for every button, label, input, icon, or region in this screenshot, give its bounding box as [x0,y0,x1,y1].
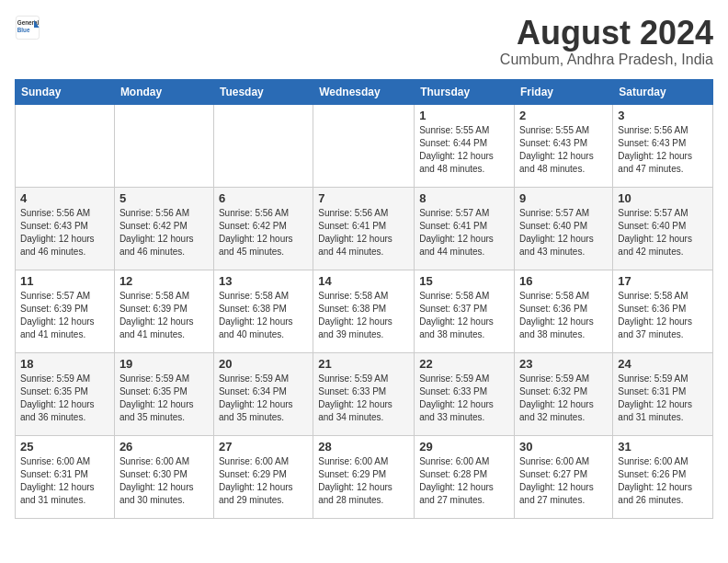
day-detail: Sunrise: 6:00 AMSunset: 6:26 PMDaylight:… [618,455,708,507]
day-number: 2 [519,109,608,122]
day-detail: Sunrise: 6:00 AMSunset: 6:28 PMDaylight:… [419,455,509,507]
day-detail: Sunrise: 5:58 AMSunset: 6:36 PMDaylight:… [519,290,608,341]
calendar-cell: 24Sunrise: 5:59 AMSunset: 6:31 PMDayligh… [613,352,713,435]
day-detail: Sunrise: 5:55 AMSunset: 6:43 PMDaylight:… [519,124,608,176]
day-number: 26 [119,440,209,454]
weekday-header-tuesday: Tuesday [213,79,313,104]
calendar-cell: 25Sunrise: 6:00 AMSunset: 6:31 PMDayligh… [16,435,115,518]
day-number: 11 [20,274,109,288]
day-number: 27 [219,440,308,454]
day-number: 19 [119,357,209,371]
calendar-cell: 30Sunrise: 6:00 AMSunset: 6:27 PMDayligh… [515,435,613,518]
calendar-cell: 29Sunrise: 6:00 AMSunset: 6:28 PMDayligh… [415,435,515,518]
calendar-table: SundayMondayTuesdayWednesdayThursdayFrid… [15,79,713,519]
day-detail: Sunrise: 5:56 AMSunset: 6:43 PMDaylight:… [20,207,109,259]
day-number: 17 [618,274,708,288]
calendar-cell [213,104,313,187]
calendar-cell: 17Sunrise: 5:58 AMSunset: 6:36 PMDayligh… [613,270,713,352]
calendar-cell: 22Sunrise: 5:59 AMSunset: 6:33 PMDayligh… [415,352,515,435]
calendar-cell: 4Sunrise: 5:56 AMSunset: 6:43 PMDaylight… [16,187,115,270]
calendar-cell: 21Sunrise: 5:59 AMSunset: 6:33 PMDayligh… [313,352,415,435]
day-number: 12 [119,274,209,288]
day-detail: Sunrise: 6:00 AMSunset: 6:31 PMDaylight:… [20,455,109,507]
calendar-cell: 5Sunrise: 5:56 AMSunset: 6:42 PMDaylight… [114,187,213,270]
calendar-cell: 20Sunrise: 5:59 AMSunset: 6:34 PMDayligh… [213,352,313,435]
weekday-header-sunday: Sunday [16,79,115,104]
day-number: 15 [419,274,509,288]
day-detail: Sunrise: 5:56 AMSunset: 6:42 PMDaylight:… [119,207,209,259]
svg-text:Blue: Blue [17,27,30,33]
day-number: 23 [519,357,608,371]
day-detail: Sunrise: 5:57 AMSunset: 6:39 PMDaylight:… [20,290,109,341]
calendar-week-row: 1Sunrise: 5:55 AMSunset: 6:44 PMDaylight… [16,104,713,187]
day-number: 3 [618,109,708,122]
calendar-cell: 14Sunrise: 5:58 AMSunset: 6:38 PMDayligh… [313,270,415,352]
calendar-cell: 15Sunrise: 5:58 AMSunset: 6:37 PMDayligh… [415,270,515,352]
day-number: 22 [419,357,509,371]
calendar-cell: 6Sunrise: 5:56 AMSunset: 6:42 PMDaylight… [213,187,313,270]
day-number: 31 [618,440,708,454]
calendar-cell: 8Sunrise: 5:57 AMSunset: 6:41 PMDaylight… [415,187,515,270]
calendar-cell [16,104,115,187]
page-header: General Blue August 2024 Cumbum, Andhra … [15,15,713,68]
calendar-cell: 23Sunrise: 5:59 AMSunset: 6:32 PMDayligh… [515,352,613,435]
day-number: 20 [219,357,308,371]
day-detail: Sunrise: 5:59 AMSunset: 6:32 PMDaylight:… [519,373,608,424]
calendar-cell: 28Sunrise: 6:00 AMSunset: 6:29 PMDayligh… [313,435,415,518]
day-detail: Sunrise: 5:55 AMSunset: 6:44 PMDaylight:… [419,124,509,176]
calendar-week-row: 11Sunrise: 5:57 AMSunset: 6:39 PMDayligh… [16,270,713,352]
calendar-cell: 11Sunrise: 5:57 AMSunset: 6:39 PMDayligh… [16,270,115,352]
day-detail: Sunrise: 5:58 AMSunset: 6:39 PMDaylight:… [119,290,209,341]
calendar-cell: 18Sunrise: 5:59 AMSunset: 6:35 PMDayligh… [16,352,115,435]
calendar-cell: 12Sunrise: 5:58 AMSunset: 6:39 PMDayligh… [114,270,213,352]
day-number: 7 [318,191,409,205]
day-number: 18 [20,357,109,371]
day-detail: Sunrise: 6:00 AMSunset: 6:29 PMDaylight:… [219,455,308,507]
calendar-cell: 2Sunrise: 5:55 AMSunset: 6:43 PMDaylight… [515,104,613,187]
day-detail: Sunrise: 5:58 AMSunset: 6:38 PMDaylight:… [318,290,409,341]
day-number: 30 [519,440,608,454]
day-detail: Sunrise: 5:58 AMSunset: 6:38 PMDaylight:… [219,290,308,341]
title-area: August 2024 Cumbum, Andhra Pradesh, Indi… [500,15,713,68]
day-number: 8 [419,191,509,205]
calendar-cell: 31Sunrise: 6:00 AMSunset: 6:26 PMDayligh… [613,435,713,518]
calendar-cell: 9Sunrise: 5:57 AMSunset: 6:40 PMDaylight… [515,187,613,270]
day-number: 24 [618,357,708,371]
weekday-header-saturday: Saturday [613,79,713,104]
calendar-cell: 10Sunrise: 5:57 AMSunset: 6:40 PMDayligh… [613,187,713,270]
day-number: 29 [419,440,509,454]
calendar-cell [114,104,213,187]
calendar-cell: 7Sunrise: 5:56 AMSunset: 6:41 PMDaylight… [313,187,415,270]
day-detail: Sunrise: 5:56 AMSunset: 6:43 PMDaylight:… [618,124,708,176]
month-year-title: August 2024 [500,15,713,52]
day-detail: Sunrise: 5:58 AMSunset: 6:36 PMDaylight:… [618,290,708,341]
day-number: 21 [318,357,409,371]
calendar-cell: 16Sunrise: 5:58 AMSunset: 6:36 PMDayligh… [515,270,613,352]
calendar-cell: 27Sunrise: 6:00 AMSunset: 6:29 PMDayligh… [213,435,313,518]
weekday-header-thursday: Thursday [415,79,515,104]
calendar-week-row: 4Sunrise: 5:56 AMSunset: 6:43 PMDaylight… [16,187,713,270]
day-number: 10 [618,191,708,205]
day-detail: Sunrise: 5:58 AMSunset: 6:37 PMDaylight:… [419,290,509,341]
day-number: 5 [119,191,209,205]
calendar-cell: 26Sunrise: 6:00 AMSunset: 6:30 PMDayligh… [114,435,213,518]
day-detail: Sunrise: 5:57 AMSunset: 6:41 PMDaylight:… [419,207,509,259]
calendar-cell: 3Sunrise: 5:56 AMSunset: 6:43 PMDaylight… [613,104,713,187]
logo-icon: General Blue [15,15,40,40]
weekday-header-row: SundayMondayTuesdayWednesdayThursdayFrid… [16,79,713,104]
day-number: 1 [419,109,509,122]
day-detail: Sunrise: 5:57 AMSunset: 6:40 PMDaylight:… [618,207,708,259]
day-number: 9 [519,191,608,205]
day-number: 25 [20,440,109,454]
day-number: 13 [219,274,308,288]
day-detail: Sunrise: 5:56 AMSunset: 6:42 PMDaylight:… [219,207,308,259]
day-detail: Sunrise: 5:57 AMSunset: 6:40 PMDaylight:… [519,207,608,259]
day-detail: Sunrise: 5:59 AMSunset: 6:33 PMDaylight:… [318,373,409,424]
day-detail: Sunrise: 6:00 AMSunset: 6:30 PMDaylight:… [119,455,209,507]
day-detail: Sunrise: 5:59 AMSunset: 6:33 PMDaylight:… [419,373,509,424]
day-number: 16 [519,274,608,288]
calendar-week-row: 18Sunrise: 5:59 AMSunset: 6:35 PMDayligh… [16,352,713,435]
calendar-week-row: 25Sunrise: 6:00 AMSunset: 6:31 PMDayligh… [16,435,713,518]
day-number: 4 [20,191,109,205]
day-detail: Sunrise: 5:59 AMSunset: 6:35 PMDaylight:… [119,373,209,424]
